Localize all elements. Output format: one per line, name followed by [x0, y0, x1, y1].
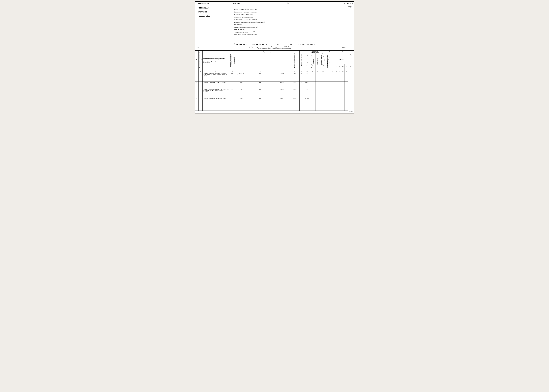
- date-quote1: ": [198, 14, 199, 17]
- org-line-blank-6: [265, 21, 335, 23]
- right-block: КОДЫ Генеральная проектная организация П…: [232, 5, 354, 42]
- org-label-8: Объект (производственная мощность): [234, 26, 258, 28]
- row3-name: Термометр технический угловой 90°, длина…: [202, 88, 229, 98]
- date-year: 19: [206, 14, 208, 17]
- row4-type: [229, 98, 236, 104]
- row2-unit-name: шт.: [246, 82, 274, 88]
- row1-unit-code: 552500: [274, 72, 290, 82]
- row2-plan-all: [326, 82, 331, 88]
- row1-price: 0,005: [304, 72, 310, 82]
- th-q1: I: [335, 64, 338, 70]
- org-code-9: [336, 28, 352, 30]
- kody-label: КОДЫ: [234, 6, 352, 7]
- org-line-8: Объект (производственная мощность): [234, 26, 352, 28]
- th-q4: IV: [344, 64, 348, 70]
- row3-sub: [315, 88, 320, 98]
- row4-plan-all: [326, 98, 331, 104]
- row2-kod: 003I: [290, 82, 299, 88]
- org-label-7: Предприятие: [234, 24, 242, 25]
- spec-date-line: [282, 44, 287, 45]
- row2-q1: [331, 82, 335, 88]
- page-number: 35.: [250, 2, 326, 4]
- spec-total-label: ВСЕГО ЛИСТОВ: [300, 43, 313, 46]
- num-4: 4: [229, 70, 236, 72]
- org-label-1: Генеральная проектная организация: [234, 9, 257, 10]
- spec-no-line: [268, 44, 276, 45]
- org-code-11: [336, 33, 352, 35]
- row3-pos: [199, 88, 202, 98]
- org-line-4: Отрасль народного хозяйства: [234, 16, 352, 18]
- row1-wait: [320, 72, 326, 82]
- org-line-10: Часть (раздел) проекта КИПиА: [234, 31, 352, 33]
- th-accepted: Принятая потребность на 19___г.: [326, 50, 348, 53]
- num-11: 11: [310, 70, 315, 72]
- table-row: 2 Термометр технический угловой 90°, дли…: [195, 88, 354, 98]
- date-quote2: ": [205, 14, 205, 17]
- table-num-row: 1 2 3 4 5 6 7 8 9 10 11 12 13 14 15 16 1…: [195, 70, 354, 72]
- th-q3: III: [341, 64, 344, 70]
- num-15: 15: [331, 70, 335, 72]
- row1-q1: [331, 72, 335, 82]
- org-label-5: Министерство (ведомство)–заказчик: [234, 19, 257, 20]
- row1-kod: I347: [290, 72, 299, 82]
- row4-name: Оправа № 4; длина в.ч. 285 мм, н.ч. 250м…: [202, 98, 229, 104]
- org-line-blank-8: [258, 26, 335, 28]
- date-suffix: г.: [208, 14, 210, 17]
- org-label-2: Проектная организация–разработчик: [234, 11, 257, 13]
- header-row: ТП 704-I – 167.84 Альбом IX 35. ФОРМА № …: [195, 2, 354, 5]
- table-row-empty: [195, 104, 354, 111]
- num-2: 2: [199, 70, 202, 72]
- org-line-blank-7: [243, 23, 335, 25]
- row3-price: 0,001: [304, 88, 310, 98]
- th-price-text: Цена единицы, тыс. руб.: [307, 52, 308, 68]
- org-line-5: Министерство (ведомство)–заказчик: [234, 18, 352, 20]
- num-7: 7: [274, 70, 290, 72]
- th-cost-text: Стоимость всего, тыс. руб.: [350, 52, 352, 68]
- row3-qty: I: [299, 88, 304, 98]
- row1-cost: [344, 72, 348, 82]
- org-line-3: Комплектующая организация: [234, 13, 352, 15]
- row4-kod: 0074: [290, 98, 299, 104]
- org-code-2: [336, 11, 352, 13]
- row2-maker: То же: [236, 82, 246, 88]
- row3-q1: [331, 88, 335, 98]
- org-line-11: Срок ввода объекта в эксплуатацию: [234, 33, 352, 35]
- row1-type: П-5: [229, 72, 236, 82]
- table-header-row-1: № п.п. №а позиции по технологической схе…: [195, 50, 354, 53]
- row2-q2: [335, 82, 338, 88]
- row2-complex: [310, 82, 315, 88]
- org-code-5: [336, 18, 352, 20]
- row1-sub: [315, 72, 320, 82]
- org-line-blank-5: [258, 18, 335, 20]
- org-line-blank-4: [253, 16, 335, 18]
- row4-q4: [341, 98, 344, 104]
- spec-title: Заказная спецификация: [234, 43, 265, 46]
- th-cost: Стоимость всего, тыс. руб.: [348, 50, 354, 70]
- org-line-2: Проектная организация–разработчик: [234, 11, 352, 13]
- num-17: 17: [338, 70, 341, 72]
- org-line-7: Предприятие: [234, 23, 352, 25]
- th-maker: Завод–изготовитель (для импортного обору…: [236, 50, 246, 70]
- org-code-7: [336, 23, 352, 25]
- num-10: 10: [304, 70, 310, 72]
- spec-q2: ": [288, 43, 289, 46]
- row2-unit-code: I20500: [274, 82, 290, 88]
- num-6: 6: [246, 70, 274, 72]
- date-line: " " 19 г.: [198, 14, 229, 17]
- row3-kod: 0547: [290, 88, 299, 98]
- row3-wait: [320, 88, 326, 98]
- num-13: 13: [320, 70, 326, 72]
- row4-q3: [338, 98, 341, 104]
- spec-no-label: №: [266, 43, 267, 46]
- row3-unit-code: 55590-: [274, 88, 290, 98]
- spec-ot-label: от: [278, 43, 279, 46]
- footer-label: КИП8: [349, 111, 352, 113]
- row3-type: У-2: [229, 88, 236, 98]
- row1-q4: [341, 72, 344, 82]
- row1-q3: [338, 72, 341, 82]
- spec-total-value: 2: [314, 43, 315, 46]
- spec-year-line: [293, 44, 297, 45]
- th-type: Тип и марка оборудования; каталог; № чер…: [229, 50, 236, 70]
- row1-complex: [310, 72, 315, 82]
- org-line-blank-9: [245, 28, 335, 30]
